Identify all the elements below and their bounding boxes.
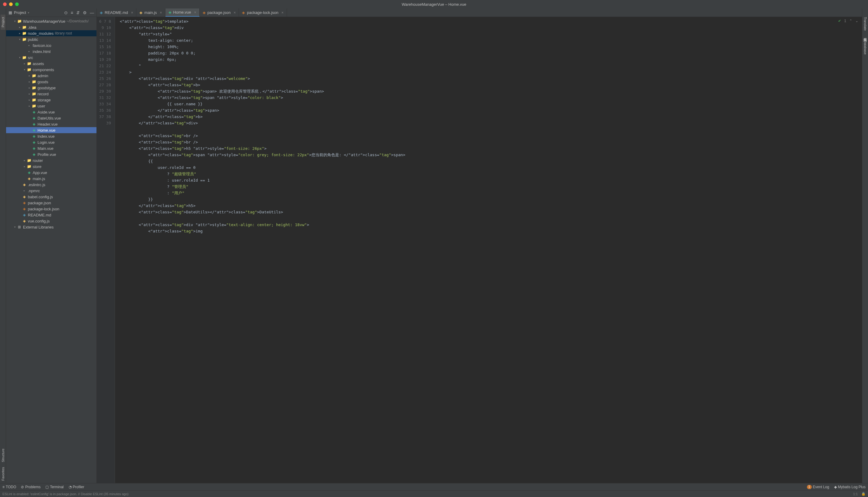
tree-item[interactable]: ◈Main.vue [6, 145, 97, 151]
editor-tab[interactable]: ◈main.js× [136, 9, 165, 17]
tree-item[interactable]: ◈Aside.vue [6, 109, 97, 115]
folder-icon: 📁 [27, 61, 31, 66]
tree-item[interactable]: ▸📁assets [6, 60, 97, 67]
tree-item[interactable]: ▸📁storage [6, 97, 97, 103]
inspection-badges[interactable]: ✔ 1 ⌃ ⌄ [838, 19, 858, 23]
tree-item[interactable]: ◈babel.config.js [6, 194, 97, 200]
close-tab-icon[interactable]: × [131, 11, 133, 15]
lock-icon[interactable]: 🔒 [861, 492, 866, 496]
tree-label: Home.vue [38, 128, 55, 132]
editor-tab[interactable]: ◈README.md× [97, 9, 136, 17]
tree-item[interactable]: ◈Index.vue [6, 133, 97, 139]
tree-item[interactable]: ◈App.vue [6, 170, 97, 175]
tree-item[interactable]: ▾📁src [6, 55, 97, 60]
vue-icon: ◈ [31, 152, 36, 156]
tree-item[interactable]: ▸📁goods [6, 79, 97, 85]
tree-item[interactable]: ◈DateUtils.vue [6, 115, 97, 121]
status-message[interactable]: ESLint is enabled: 'eslintConfig' is in … [2, 492, 129, 496]
tree-label: index.html [33, 49, 50, 54]
tree-item[interactable]: ◈.eslintrc.js [6, 182, 97, 188]
chevron-icon[interactable]: ▸ [27, 86, 31, 89]
chevron-icon[interactable]: ▸ [27, 80, 31, 83]
tree-item[interactable]: ◈Login.vue [6, 139, 97, 145]
problems-tab[interactable]: ⊘Problems [21, 485, 41, 489]
project-view-selector[interactable]: ▦ Project ▾ [9, 10, 64, 15]
editor-tab[interactable]: ◈Home.vue× [165, 9, 200, 17]
maximize-window-button[interactable] [15, 2, 19, 6]
project-tree[interactable]: ▾📁WarehouseManagerVue~/Downloads/▸📁.idea… [6, 17, 97, 483]
tree-item[interactable]: ▾📁components [6, 67, 97, 73]
chevron-icon[interactable]: ▸ [27, 98, 31, 101]
close-tab-icon[interactable]: × [281, 11, 283, 15]
tree-item[interactable]: ◈Home.vue [6, 127, 97, 133]
settings-icon[interactable]: ⚙ [83, 10, 87, 15]
md-icon: ◈ [100, 10, 103, 15]
rail-favorites[interactable]: Favorites [1, 465, 5, 483]
expand-icon[interactable]: ≡ [71, 10, 73, 15]
rail-structure[interactable]: Structure [1, 446, 5, 465]
chevron-icon[interactable]: ▸ [23, 165, 27, 168]
chevron-icon[interactable]: ▸ [27, 74, 31, 77]
tree-item[interactable]: ◈vue.config.js [6, 218, 97, 224]
minimize-window-button[interactable] [9, 2, 13, 6]
chevron-icon[interactable]: ▸ [17, 26, 22, 29]
rail-remote[interactable]: 远程仓库 [862, 33, 868, 38]
code-editor[interactable]: <"attr">class="tag">template> <"attr">cl… [115, 17, 862, 483]
locate-icon[interactable]: ⊙ [64, 10, 68, 15]
tree-item[interactable]: ◈package.json [6, 200, 97, 206]
tree-item[interactable]: ▫favicon.ico [6, 42, 97, 48]
close-tab-icon[interactable]: × [194, 10, 196, 15]
tree-item[interactable]: ▾⊞External Libraries [6, 224, 97, 230]
tree-item[interactable]: ▸📁admin [6, 73, 97, 79]
tree-label: components [33, 68, 54, 72]
tree-label: Index.vue [38, 134, 55, 139]
tree-label: store [33, 164, 41, 169]
vue-icon: ◈ [31, 122, 36, 126]
editor-tab[interactable]: ◈package.json× [200, 9, 239, 17]
tree-item[interactable]: ◈main.js [6, 175, 97, 182]
tree-item[interactable]: ▸📁goodstype [6, 85, 97, 91]
tree-item[interactable]: ▾📁WarehouseManagerVue~/Downloads/ [6, 18, 97, 24]
event-log-tab[interactable]: 1 Event Log [807, 485, 829, 489]
collapse-icon[interactable]: ⇵ [76, 10, 80, 15]
rail-project[interactable]: Project [1, 15, 5, 30]
chevron-icon[interactable]: ▸ [17, 32, 22, 35]
editor-tab[interactable]: ◈package-lock.json× [239, 9, 287, 17]
chevron-icon[interactable]: ▾ [13, 226, 17, 228]
chevron-icon[interactable]: ▾ [23, 68, 27, 71]
todo-tab[interactable]: ≡TODO [2, 485, 16, 489]
hide-icon[interactable]: — [90, 10, 94, 15]
tree-item[interactable]: ▾📁public [6, 36, 97, 42]
chevron-icon[interactable]: ▾ [17, 56, 22, 59]
tree-item[interactable]: ◈Profile.vue [6, 151, 97, 157]
terminal-tab[interactable]: ▢Terminal [45, 485, 63, 489]
close-tab-icon[interactable]: × [160, 11, 162, 15]
tree-item[interactable]: ◈Header.vue [6, 121, 97, 127]
close-window-button[interactable] [3, 2, 7, 6]
chevron-icon[interactable]: ▸ [23, 159, 27, 162]
tree-item[interactable]: ▸📁.idea [6, 24, 97, 30]
tree-item[interactable]: ▸📁router [6, 157, 97, 164]
rail-translate[interactable]: Translate [863, 15, 868, 33]
rail-database[interactable]: Database [863, 38, 868, 57]
tree-item[interactable]: ▸📁node_moduleslibrary root [6, 30, 97, 36]
mybatis-tab[interactable]: ◆Mybatis Log Plus [834, 485, 866, 489]
tree-item[interactable]: ▸📁user [6, 103, 97, 109]
problem-count: 1 [844, 19, 846, 23]
tree-item[interactable]: ▸📁record [6, 91, 97, 97]
tree-item[interactable]: ▫.npmrc [6, 188, 97, 194]
chevron-icon[interactable]: ▸ [23, 62, 27, 65]
cursor-position[interactable]: 1:1 [853, 492, 858, 496]
profiler-tab[interactable]: ◔Profiler [69, 485, 84, 489]
tree-item[interactable]: ▸📁store [6, 164, 97, 170]
chevron-icon[interactable]: ▾ [17, 38, 22, 41]
chevron-icon[interactable]: ▾ [13, 20, 17, 23]
chevron-icon[interactable]: ▸ [27, 92, 31, 95]
tree-item[interactable]: ◈README.md [6, 212, 97, 218]
chevron-icon[interactable]: ▸ [27, 104, 31, 108]
next-problem-icon[interactable]: ⌄ [855, 19, 858, 23]
close-tab-icon[interactable]: × [234, 11, 236, 15]
tree-item[interactable]: ▫index.html [6, 48, 97, 55]
tree-item[interactable]: ◈package-lock.json [6, 206, 97, 212]
prev-problem-icon[interactable]: ⌃ [849, 19, 852, 23]
